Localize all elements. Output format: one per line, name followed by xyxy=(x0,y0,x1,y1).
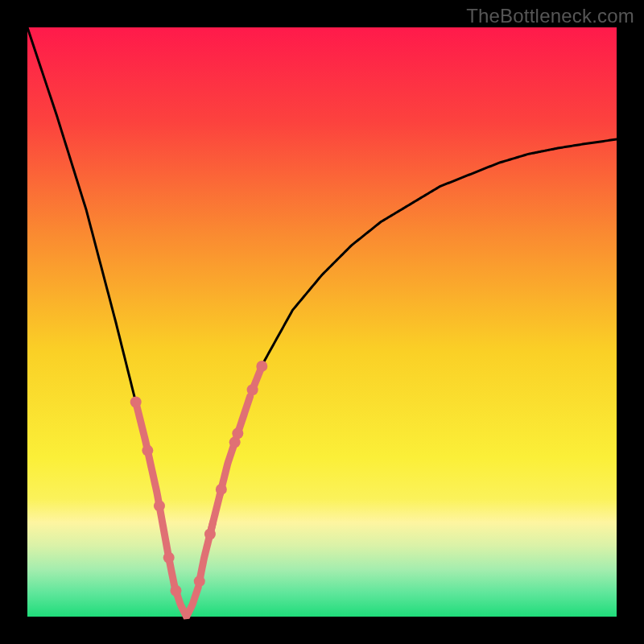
marker-segment xyxy=(160,509,176,590)
marker-dot xyxy=(170,585,181,597)
marker-dot xyxy=(163,552,175,564)
bottleneck-curve xyxy=(27,27,617,617)
marker-dot xyxy=(232,427,243,439)
chart-frame: TheBottleneck.com xyxy=(0,0,644,644)
marker-segment xyxy=(148,453,159,502)
marker-dot xyxy=(194,576,205,587)
marker-dot xyxy=(154,500,165,511)
watermark-label: TheBottleneck.com xyxy=(466,5,634,27)
marker-dot xyxy=(142,445,153,456)
chart-svg xyxy=(27,27,617,617)
marker-dot xyxy=(216,484,227,495)
marker-dot xyxy=(204,529,216,540)
marker-dot xyxy=(130,397,142,408)
marker-segment xyxy=(136,404,147,448)
marker-dot xyxy=(247,384,258,395)
marker-segment xyxy=(210,492,221,535)
marker-dot xyxy=(256,361,267,372)
chart-plot-area xyxy=(27,27,617,617)
